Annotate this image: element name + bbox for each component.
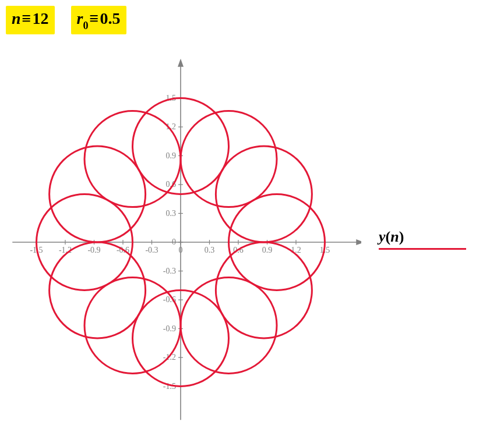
x-axis-arrow-icon	[356, 239, 361, 245]
param-n-var: n	[12, 9, 21, 28]
param-n-value: 12	[33, 9, 49, 28]
legend-label: y(n)	[379, 228, 484, 246]
x-tick-label: 0.3	[205, 246, 215, 254]
chart-svg: -1.5-1.2-0.9-0.6-0.300.30.60.91.21.5-1.5…	[0, 56, 361, 429]
series-circle	[181, 277, 277, 373]
param-r0[interactable]: r0 ≡ 0.5	[71, 6, 126, 34]
equiv-symbol: ≡	[89, 9, 100, 28]
x-tick-label: 0.9	[262, 246, 273, 254]
y-tick-label: 0.9	[166, 151, 177, 160]
equiv-symbol: ≡	[21, 9, 33, 28]
series-circle	[50, 242, 146, 338]
series-circle	[216, 242, 312, 338]
y-tick-label: 0	[172, 238, 176, 246]
x-tick-label: -0.3	[145, 246, 158, 254]
y-tick-label: -0.9	[163, 324, 176, 333]
x-tick-label: 1.2	[291, 246, 301, 254]
y-tick-label: -0.3	[163, 267, 176, 275]
y-tick-label: 0.3	[166, 209, 177, 218]
legend: y(n)	[379, 228, 484, 250]
series-circle	[216, 146, 312, 242]
x-tick-label: -0.9	[87, 246, 100, 254]
param-r0-var: r0	[77, 9, 89, 31]
param-r0-value: 0.5	[100, 9, 121, 28]
x-tick-label: 0	[179, 246, 183, 254]
chart-area: -1.5-1.2-0.9-0.6-0.300.30.60.91.21.5-1.5…	[0, 56, 361, 429]
legend-underline	[379, 248, 466, 250]
y-axis-arrow-icon	[178, 59, 184, 67]
param-n[interactable]: n ≡ 12	[6, 6, 55, 34]
